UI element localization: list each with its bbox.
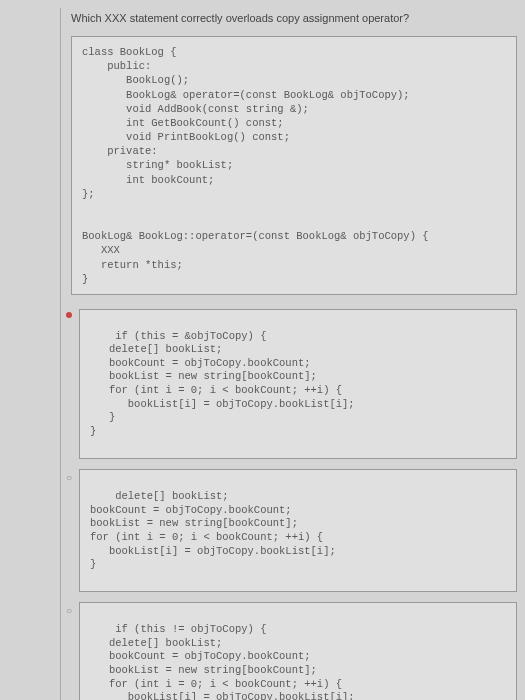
option-code: if (this != objToCopy) { delete[] bookLi… (90, 623, 355, 700)
radio-marker-icon: ○ (66, 605, 72, 618)
option-code: delete[] bookList; bookCount = objToCopy… (90, 490, 336, 570)
class-definition-code: class BookLog { public: BookLog(); BookL… (71, 36, 517, 295)
option-code: if (this = &objToCopy) { delete[] bookLi… (90, 330, 355, 437)
option-2[interactable]: ○delete[] bookList; bookCount = objToCop… (79, 469, 517, 592)
option-1[interactable]: if (this = &objToCopy) { delete[] bookLi… (79, 309, 517, 459)
question-text: Which XXX statement correctly overloads … (71, 8, 517, 24)
radio-marker-icon: ○ (66, 472, 72, 485)
option-3[interactable]: ○if (this != objToCopy) { delete[] bookL… (79, 602, 517, 700)
radio-marker-icon (66, 312, 72, 318)
content-container: Which XXX statement correctly overloads … (60, 8, 517, 700)
